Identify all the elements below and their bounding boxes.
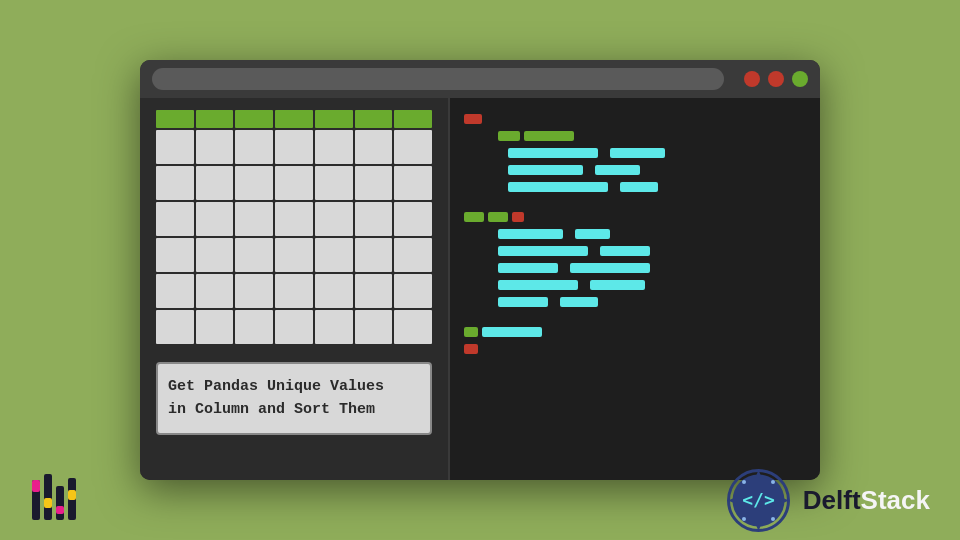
code-block-cyan [498,246,588,256]
data-cell [355,130,393,164]
data-cell [394,310,432,344]
address-bar[interactable] [152,68,724,90]
data-cell [156,166,194,200]
svg-point-15 [742,480,746,484]
data-cell [156,310,194,344]
code-line [464,327,806,337]
svg-point-16 [771,480,775,484]
header-cell [235,110,273,128]
stack-text: Stack [861,485,930,515]
left-panel: Get Pandas Unique Values in Column and S… [140,98,450,480]
data-cell [355,166,393,200]
data-cell [196,166,234,200]
data-cell [196,310,234,344]
data-cell [275,130,313,164]
code-block-cyan [508,165,583,175]
title-bar [140,60,820,98]
data-cell [275,202,313,236]
data-cell [275,310,313,344]
left-logo-icon [30,470,80,530]
header-cell [355,110,393,128]
code-line [464,114,806,124]
code-block-green [464,212,484,222]
data-cell [355,238,393,272]
data-cell [394,274,432,308]
left-logo [30,470,80,530]
delft-text: Delft [803,485,861,515]
code-block-cyan [482,327,542,337]
svg-rect-3 [44,498,52,508]
svg-rect-4 [56,486,64,520]
data-cell [156,130,194,164]
code-block-cyan [610,148,665,158]
svg-rect-1 [32,480,40,492]
data-cell [315,202,353,236]
code-line [464,246,806,256]
code-block-green [498,131,520,141]
code-line [464,280,806,290]
data-cell [196,202,234,236]
svg-point-17 [742,517,746,521]
header-cell [196,110,234,128]
code-line [464,165,806,175]
data-cell [355,310,393,344]
svg-rect-2 [44,474,52,520]
code-block-red [464,344,478,354]
data-cell [355,202,393,236]
delftstack-emblem: </> [726,468,791,533]
code-line [464,344,806,354]
data-cell [235,238,273,272]
minimize-button[interactable] [768,71,784,87]
code-line [464,263,806,273]
code-block-cyan [590,280,645,290]
svg-rect-7 [68,490,76,500]
data-cell [196,274,234,308]
svg-point-18 [771,517,775,521]
data-cell [275,238,313,272]
data-cell [156,274,194,308]
maximize-button[interactable] [792,71,808,87]
code-line [464,182,806,192]
code-line [464,148,806,158]
code-block-cyan [600,246,650,256]
code-block-cyan [620,182,658,192]
data-cell [275,166,313,200]
spreadsheet [156,110,432,344]
data-cell [394,166,432,200]
code-block-cyan [508,148,598,158]
title-line-2: in Column and Sort Them [168,399,420,422]
code-block-cyan [508,182,608,192]
code-block-cyan [498,263,558,273]
code-block-cyan [498,229,563,239]
header-cell [156,110,194,128]
data-cell [235,130,273,164]
code-line [464,229,806,239]
header-cell [275,110,313,128]
data-cell [315,238,353,272]
code-block-green [524,131,574,141]
code-line [464,212,806,222]
delftstack-text: DelftStack [803,485,930,516]
code-block-green [464,327,478,337]
article-title-box: Get Pandas Unique Values in Column and S… [156,362,432,435]
window-content: Get Pandas Unique Values in Column and S… [140,98,820,480]
code-block-cyan [575,229,610,239]
data-cell [235,166,273,200]
data-cell [394,238,432,272]
data-cell [394,202,432,236]
code-block-cyan [498,280,578,290]
main-window: Get Pandas Unique Values in Column and S… [140,60,820,480]
code-block-cyan [498,297,548,307]
svg-rect-5 [56,506,64,514]
close-button[interactable] [744,71,760,87]
code-block-red [464,114,482,124]
spreadsheet-header [156,110,432,128]
data-cell [235,310,273,344]
code-line [464,131,806,141]
data-cell [315,310,353,344]
data-cell [355,274,393,308]
data-cell [315,274,353,308]
data-cell [235,202,273,236]
data-cell [275,274,313,308]
data-cell [315,166,353,200]
